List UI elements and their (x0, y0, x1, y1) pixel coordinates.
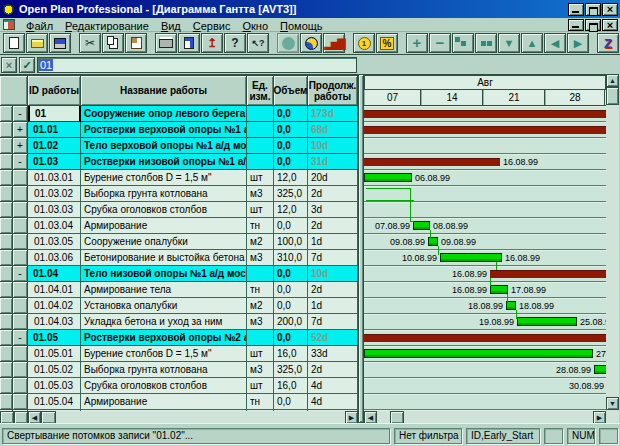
move-up-button[interactable]: ▲ (521, 33, 543, 53)
child-restore-button[interactable] (585, 19, 601, 31)
cell-name[interactable]: Ростверки верховой опоры №2 а/д (81, 330, 247, 346)
row-header-cell[interactable] (0, 138, 13, 154)
row-header-corner[interactable] (0, 75, 28, 106)
cell-id[interactable]: 01.02 (28, 138, 81, 154)
column-header-3[interactable]: Объем (274, 75, 308, 106)
cell-duration[interactable]: 7d (308, 314, 358, 330)
cell-duration[interactable]: 173d (308, 106, 358, 122)
collapse-toggle[interactable]: - (13, 330, 28, 346)
cell-id[interactable]: 01 (28, 106, 81, 122)
cell-edit-input[interactable]: 01 (37, 57, 357, 73)
gantt-bar-green[interactable] (517, 317, 577, 326)
row-header-cell[interactable] (0, 250, 13, 266)
cell-volume[interactable]: 325,0 (274, 362, 308, 378)
cell-volume[interactable]: 12,0 (274, 170, 308, 186)
open-button[interactable] (26, 33, 48, 53)
cell-duration[interactable]: 7d (308, 250, 358, 266)
cell-duration[interactable]: 52d (308, 330, 358, 346)
gantt-bar-red[interactable] (490, 270, 606, 278)
column-header-2[interactable]: Ед. изм. (247, 75, 274, 106)
scroll-up-icon[interactable]: ▲ (606, 74, 619, 87)
cell-id[interactable]: 01.05 (28, 330, 81, 346)
expand-cell[interactable] (13, 346, 28, 362)
gantt-bar-green[interactable] (490, 285, 508, 294)
mdi-child-icon[interactable] (3, 19, 15, 30)
expand-cell[interactable] (13, 282, 28, 298)
table-row[interactable]: 01.03.01Бурение столбов D = 1,5 м"шт12,0… (0, 170, 358, 186)
collapse-button[interactable]: − (429, 33, 451, 53)
row-header-cell[interactable] (0, 266, 13, 282)
expand-cell[interactable] (13, 394, 28, 410)
expand-cell[interactable] (13, 186, 28, 202)
cell-id[interactable]: 01.04.02 (28, 298, 81, 314)
minimize-button[interactable] (568, 3, 584, 16)
row-header-cell[interactable] (0, 186, 13, 202)
table-row[interactable]: +01.01Ростверки верховой опоры №1 а/д0,0… (0, 122, 358, 138)
cell-volume[interactable]: 16,0 (274, 346, 308, 362)
row-header-cell[interactable] (0, 106, 13, 122)
table-row[interactable]: 01.04.03Укладка бетона и уход за нимм320… (0, 314, 358, 330)
menu-item-помощь[interactable]: Помощь (274, 20, 329, 33)
column-header-1[interactable]: Название работы (81, 75, 247, 106)
table-row[interactable]: -01.05Ростверки верховой опоры №2 а/д0,0… (0, 330, 358, 346)
cell-unit[interactable]: м3 (247, 250, 274, 266)
expand-cell[interactable] (13, 218, 28, 234)
cell-name[interactable]: Сооружение опалубки (81, 234, 247, 250)
cell-unit[interactable]: шт (247, 378, 274, 394)
time-analysis-button[interactable]: ↥ (201, 33, 223, 53)
cell-unit[interactable] (247, 106, 274, 122)
cell-name[interactable]: Армирование (81, 394, 247, 410)
cell-duration[interactable]: 2d (308, 186, 358, 202)
expand-cell[interactable] (13, 170, 28, 186)
print-preview-button[interactable] (178, 33, 200, 53)
expand-cell[interactable] (13, 362, 28, 378)
cell-duration[interactable]: 20d (308, 170, 358, 186)
row-header-cell[interactable] (0, 378, 13, 394)
cell-name[interactable]: Срубка оголовков столбов (81, 378, 247, 394)
table-row[interactable]: 01.05.02Выборка грунта котлованам3325,02… (0, 362, 358, 378)
context-help-button[interactable]: ↖? (247, 33, 269, 53)
cell-name[interactable]: Установка опалубки (81, 298, 247, 314)
cell-unit[interactable] (247, 266, 274, 282)
cell-duration[interactable]: 2d (308, 218, 358, 234)
table-row[interactable]: 01.03.04Армированиетн0,02d (0, 218, 358, 234)
cell-unit[interactable]: тн (247, 282, 274, 298)
cut-button[interactable]: ✂ (79, 33, 101, 53)
cell-name[interactable]: Бурение столбов D = 1,5 м" (81, 346, 247, 362)
expand-cell[interactable] (13, 314, 28, 330)
unlink-button[interactable] (475, 33, 497, 53)
expand-toggle[interactable]: + (13, 122, 28, 138)
cell-unit[interactable]: м3 (247, 314, 274, 330)
expand-cell[interactable] (13, 250, 28, 266)
table-row[interactable]: -01.03Ростверки низовой опоры №1 а/д м0,… (0, 154, 358, 170)
table-row[interactable]: -01Сооружение опор левого берега0,0173d (0, 106, 358, 122)
gantt-bar-red[interactable] (364, 110, 606, 118)
menu-item-вид[interactable]: Вид (155, 20, 187, 33)
cell-volume[interactable]: 16,0 (274, 378, 308, 394)
table-row[interactable]: 01.03.05Сооружение опалубким2100,01d (0, 234, 358, 250)
cell-name[interactable]: Сооружение опор левого берега (81, 106, 247, 122)
menu-item-окно[interactable]: Окно (236, 20, 274, 33)
cell-id[interactable]: 01.05.01 (28, 346, 81, 362)
cell-id[interactable]: 01.03.05 (28, 234, 81, 250)
row-header-cell[interactable] (0, 234, 13, 250)
cell-volume[interactable]: 0,0 (274, 218, 308, 234)
relationships-button[interactable]: Z (597, 33, 619, 53)
cell-name[interactable]: Ростверки низовой опоры №1 а/д м (81, 154, 247, 170)
cell-volume[interactable]: 0,0 (274, 122, 308, 138)
cell-id[interactable]: 01.03 (28, 154, 81, 170)
save-button[interactable] (49, 33, 71, 53)
cell-id[interactable]: 01.01 (28, 122, 81, 138)
cell-unit[interactable] (247, 154, 274, 170)
edit-cancel-button[interactable]: × (1, 57, 17, 73)
gantt-bar-red[interactable] (364, 126, 606, 134)
table-row[interactable]: 01.04.01Армирование телатн0,02d (0, 282, 358, 298)
link-button[interactable] (452, 33, 474, 53)
cell-duration[interactable]: 4d (308, 378, 358, 394)
expand-cell[interactable] (13, 298, 28, 314)
scroll-thumb[interactable] (606, 87, 619, 105)
row-header-cell[interactable] (0, 298, 13, 314)
cell-volume[interactable]: 12,0 (274, 202, 308, 218)
cell-duration[interactable]: 31d (308, 154, 358, 170)
column-header-0[interactable]: ID работы (28, 75, 81, 106)
